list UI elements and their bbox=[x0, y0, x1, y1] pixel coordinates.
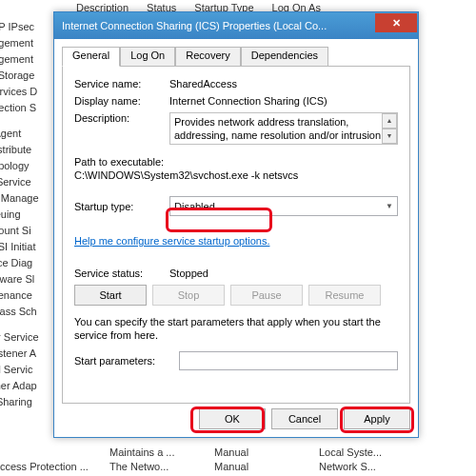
startup-type-label: Startup type: bbox=[74, 201, 169, 212]
titlebar[interactable]: Internet Connection Sharing (ICS) Proper… bbox=[54, 12, 418, 39]
properties-dialog: Internet Connection Sharing (ICS) Proper… bbox=[53, 11, 419, 438]
startup-type-value: Disabled bbox=[174, 201, 215, 212]
pause-button: Pause bbox=[230, 285, 303, 306]
help-link[interactable]: Help me configure service startup option… bbox=[74, 235, 269, 247]
desc-scroll-down[interactable]: ▼ bbox=[382, 129, 397, 144]
description-box: Provides network address translation, ad… bbox=[169, 112, 398, 145]
svc-logon: Local Syste... bbox=[319, 446, 424, 460]
service-name-label: Service name: bbox=[74, 78, 169, 89]
startup-type-select[interactable]: Disabled ▼ bbox=[169, 196, 398, 216]
tab-dependencies[interactable]: Dependencies bbox=[241, 47, 328, 66]
tab-logon[interactable]: Log On bbox=[120, 47, 175, 66]
close-button[interactable]: ✕ bbox=[375, 13, 417, 32]
tab-body-general: Service name: SharedAccess Display name:… bbox=[62, 67, 410, 404]
start-params-note: You can specify the start parameters tha… bbox=[74, 315, 398, 342]
resume-button: Resume bbox=[308, 285, 381, 306]
service-status-value: Stopped bbox=[169, 268, 398, 279]
tab-recovery[interactable]: Recovery bbox=[175, 47, 240, 66]
stop-button: Stop bbox=[152, 285, 225, 306]
svc-name[interactable]: ccess Protection ... bbox=[0, 460, 109, 474]
chevron-down-icon: ▼ bbox=[386, 202, 393, 210]
description-label: Description: bbox=[74, 112, 169, 124]
svc-startup: Manual bbox=[214, 460, 319, 474]
svc-logon: Network S... bbox=[319, 460, 424, 474]
desc-scroll-up[interactable]: ▲ bbox=[382, 113, 397, 129]
dialog-title: Internet Connection Sharing (ICS) Proper… bbox=[62, 20, 375, 31]
apply-button[interactable]: Apply bbox=[344, 408, 410, 429]
path-label: Path to executable: bbox=[74, 156, 398, 168]
description-text: Provides network address translation, ad… bbox=[174, 116, 381, 145]
service-status-label: Service status: bbox=[74, 268, 169, 279]
display-name-value: Internet Connection Sharing (ICS) bbox=[169, 95, 398, 107]
tab-strip: General Log On Recovery Dependencies bbox=[62, 47, 410, 67]
svc-desc: The Netwo... bbox=[109, 460, 214, 474]
svc-name[interactable] bbox=[0, 446, 109, 460]
tab-general[interactable]: General bbox=[62, 47, 120, 67]
display-name-label: Display name: bbox=[74, 95, 169, 107]
cancel-button[interactable]: Cancel bbox=[271, 408, 338, 429]
ok-button[interactable]: OK bbox=[199, 408, 266, 429]
start-params-label: Start parameters: bbox=[74, 355, 179, 367]
svc-desc: Maintains a ... bbox=[109, 446, 214, 460]
svc-startup: Manual bbox=[214, 446, 319, 460]
path-value: C:\WINDOWS\System32\svchost.exe -k netsv… bbox=[74, 169, 398, 181]
start-params-input[interactable] bbox=[179, 351, 398, 370]
start-button[interactable]: Start bbox=[74, 285, 147, 306]
service-name-value: SharedAccess bbox=[169, 78, 398, 89]
